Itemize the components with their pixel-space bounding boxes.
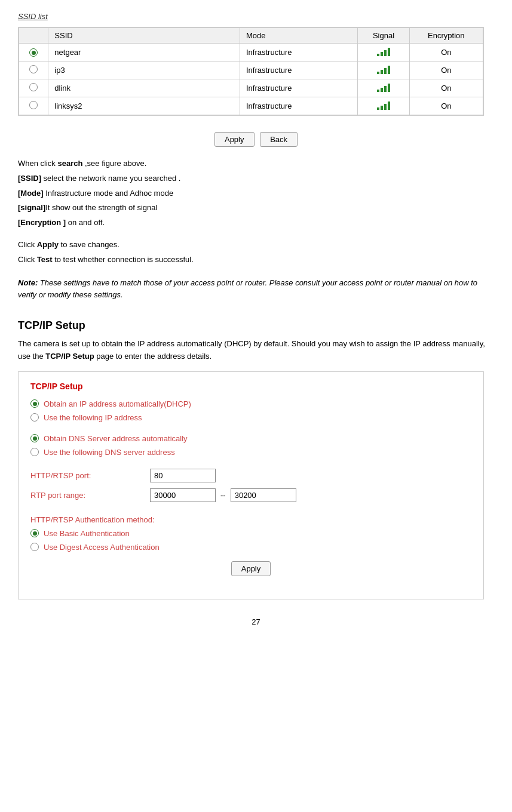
ssid-name-cell: dlink — [48, 79, 240, 97]
rtp-port-row: RTP port range: -- — [30, 488, 471, 502]
ssid-signal-cell — [358, 79, 409, 97]
ssid-row-radio-0[interactable] — [29, 48, 38, 57]
desc-signal-line: [signal]It show out the strength of sign… — [18, 202, 494, 214]
desc-ssid-line: [SSID] select the network name you searc… — [18, 173, 494, 185]
tcp-box-title: TCP/IP Setup — [30, 382, 471, 391]
ip-manual-label: Use the following IP address — [44, 413, 142, 422]
dns-auto-label: Obtain DNS Server address automatically — [44, 434, 188, 443]
ssid-mode-cell: Infrastructure — [240, 97, 357, 115]
dns-manual-label: Use the following DNS server address — [44, 448, 175, 457]
ssid-description: When click search ,see figure above. [SS… — [18, 158, 494, 266]
ssid-signal-cell — [358, 97, 409, 115]
ssid-signal-cell — [358, 61, 409, 79]
signal-bars-icon — [377, 100, 390, 110]
ssid-table: SSID Mode Signal Encryption netgearInfra… — [19, 27, 483, 115]
auth-basic-label: Use Basic Authentication — [44, 529, 130, 538]
auth-basic-option[interactable]: Use Basic Authentication — [30, 529, 471, 538]
ssid-encryption-cell: On — [409, 97, 483, 115]
ssid-encryption-cell: On — [409, 79, 483, 97]
dns-auto-radio[interactable] — [30, 434, 39, 442]
desc-enc-line: [Encryption ] on and off. — [18, 217, 494, 229]
ssid-mode-cell: Infrastructure — [240, 44, 357, 61]
ip-dhcp-radio[interactable] — [30, 399, 39, 408]
dns-manual-radio[interactable] — [30, 448, 39, 456]
http-port-row: HTTP/RTSP port: — [30, 469, 471, 482]
auth-digest-radio[interactable] — [30, 543, 39, 551]
desc-apply-line: Click Apply to save changes. — [18, 239, 494, 251]
page-number: 27 — [18, 617, 494, 626]
tcp-section: TCP/IP Setup The camera is set up to obt… — [18, 319, 494, 599]
tcp-box: TCP/IP Setup Obtain an IP address automa… — [18, 371, 484, 599]
ssid-note: Note: These settings have to match those… — [18, 277, 494, 302]
ssid-row-radio-1[interactable] — [29, 65, 38, 73]
col-select — [19, 28, 48, 44]
signal-bars-icon — [377, 82, 390, 92]
ip-option-manual[interactable]: Use the following IP address — [30, 413, 471, 422]
col-ssid: SSID — [48, 28, 240, 44]
ssid-section: SSID list SSID Mode Signal Encryption ne… — [18, 12, 494, 302]
desc-mode-line: [Mode] Infrastructure mode and Adhoc mod… — [18, 187, 494, 200]
ssid-name-cell: linksys2 — [48, 97, 240, 115]
signal-bars-icon — [377, 47, 390, 56]
note-text: Note: These settings have to match those… — [18, 277, 494, 302]
dns-option-auto[interactable]: Obtain DNS Server address automatically — [30, 434, 471, 443]
rtp-port-dash: -- — [220, 491, 226, 500]
ssid-name-cell: ip3 — [48, 61, 240, 79]
ssid-mode-cell: Infrastructure — [240, 61, 357, 79]
ssid-section-title: SSID list — [18, 12, 494, 21]
tcp-apply-button[interactable]: Apply — [231, 561, 271, 576]
signal-bars-icon — [377, 64, 390, 74]
tcp-section-title: TCP/IP Setup — [18, 319, 494, 332]
ssid-row-radio-2[interactable] — [29, 83, 38, 91]
col-signal: Signal — [358, 28, 409, 44]
http-port-label: HTTP/RTSP port: — [30, 471, 150, 480]
ssid-table-row: dlinkInfrastructureOn — [19, 79, 483, 97]
rtp-port-end-input[interactable] — [231, 488, 296, 502]
ssid-encryption-cell: On — [409, 44, 483, 61]
ssid-table-row: linksys2InfrastructureOn — [19, 97, 483, 115]
ssid-table-row: netgearInfrastructureOn — [19, 44, 483, 61]
ssid-apply-button[interactable]: Apply — [214, 132, 255, 147]
ip-dhcp-label: Obtain an IP address automatically(DHCP) — [44, 399, 191, 408]
col-encryption: Encryption — [409, 28, 483, 44]
rtp-port-start-input[interactable] — [150, 488, 216, 502]
ssid-table-row: ip3InfrastructureOn — [19, 61, 483, 79]
tcp-button-row: Apply — [30, 561, 471, 576]
ssid-table-wrapper: SSID Mode Signal Encryption netgearInfra… — [18, 27, 484, 116]
desc-search-line: When click search ,see figure above. — [18, 158, 494, 170]
ssid-back-button[interactable]: Back — [260, 132, 298, 147]
ssid-encryption-cell: On — [409, 61, 483, 79]
auth-digest-option[interactable]: Use Digest Access Authentication — [30, 543, 471, 552]
ssid-name-cell: netgear — [48, 44, 240, 61]
http-port-input[interactable] — [150, 469, 216, 482]
ssid-signal-cell — [358, 44, 409, 61]
auth-basic-radio[interactable] — [30, 529, 39, 537]
rtp-port-label: RTP port range: — [30, 491, 150, 500]
auth-method-label: HTTP/RTSP Authentication method: — [30, 515, 471, 524]
ssid-button-row: Apply Back — [18, 132, 494, 147]
auth-digest-label: Use Digest Access Authentication — [44, 543, 160, 552]
tcp-intro-text: The camera is set up to obtain the IP ad… — [18, 338, 494, 363]
col-mode: Mode — [240, 28, 357, 44]
ssid-mode-cell: Infrastructure — [240, 79, 357, 97]
dns-option-manual[interactable]: Use the following DNS server address — [30, 448, 471, 457]
ip-manual-radio[interactable] — [30, 413, 39, 422]
ssid-row-radio-3[interactable] — [29, 101, 38, 109]
ip-option-dhcp[interactable]: Obtain an IP address automatically(DHCP) — [30, 399, 471, 408]
desc-test-line: Click Test to test whether connection is… — [18, 254, 494, 266]
